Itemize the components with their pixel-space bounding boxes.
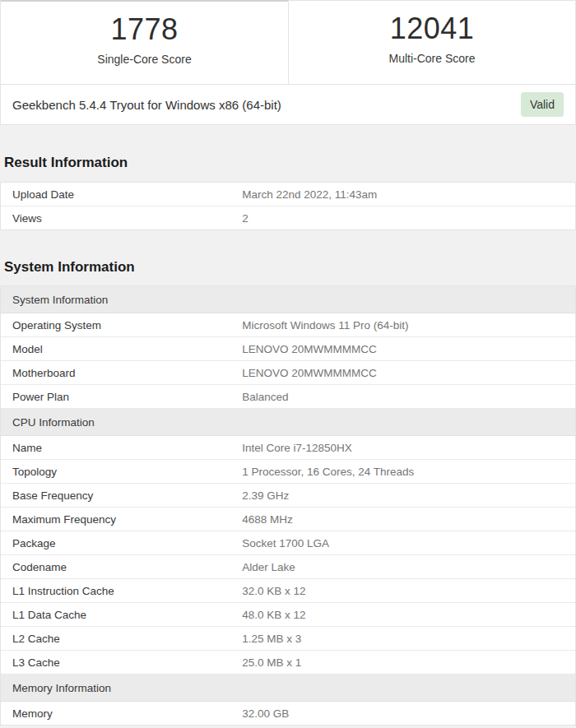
row-label: Memory xyxy=(1,707,230,720)
multi-core-score-cell: 12041 Multi-Core Score xyxy=(288,0,575,84)
row-label: L1 Data Cache xyxy=(1,609,230,621)
row-value: 48.0 KB x 12 xyxy=(230,609,575,621)
group-header-memory: Memory Information xyxy=(1,675,575,702)
row-value: 2.39 GHz xyxy=(230,489,575,502)
row-value: Balanced xyxy=(230,391,575,403)
system-information-table: System Information Operating System Micr… xyxy=(0,285,576,726)
row-label: Operating System xyxy=(1,319,230,332)
row-label: Name xyxy=(1,442,230,454)
multi-core-score-label: Multi-Core Score xyxy=(289,52,575,65)
group-header-system: System Information xyxy=(1,286,575,313)
row-label: Topology xyxy=(1,466,230,478)
score-panel: 1778 Single-Core Score 12041 Multi-Core … xyxy=(0,0,576,125)
row-label: L3 Cache xyxy=(1,656,230,669)
table-row: L1 Instruction Cache 32.0 KB x 12 xyxy=(1,579,575,603)
version-row: Geekbench 5.4.4 Tryout for Windows x86 (… xyxy=(1,84,575,124)
table-row: Views 2 xyxy=(1,206,575,230)
row-label: Base Frequency xyxy=(1,489,230,502)
valid-badge: Valid xyxy=(521,92,564,117)
version-text: Geekbench 5.4.4 Tryout for Windows x86 (… xyxy=(12,98,281,112)
table-row: Power Plan Balanced xyxy=(1,385,575,409)
multi-core-score-value: 12041 xyxy=(289,12,575,45)
row-value: LENOVO 20MWMMMMCC xyxy=(230,367,575,379)
score-banner: 1778 Single-Core Score 12041 Multi-Core … xyxy=(1,0,575,84)
result-information-table: Upload Date March 22nd 2022, 11:43am Vie… xyxy=(0,182,576,230)
table-row: Name Intel Core i7-12850HX xyxy=(1,436,575,460)
table-row: Motherboard LENOVO 20MWMMMMCC xyxy=(1,361,575,385)
row-label: Motherboard xyxy=(1,367,230,379)
row-label: Maximum Frequency xyxy=(1,513,230,526)
row-label: L1 Instruction Cache xyxy=(1,585,230,597)
row-value: Alder Lake xyxy=(230,561,575,573)
row-label: Model xyxy=(1,343,230,355)
table-row: L3 Cache 25.0 MB x 1 xyxy=(1,651,575,675)
row-label: Codename xyxy=(1,561,230,573)
row-value: 1.25 MB x 3 xyxy=(230,633,575,645)
table-row: Codename Alder Lake xyxy=(1,555,575,579)
row-value: 1 Processor, 16 Cores, 24 Threads xyxy=(230,466,575,478)
group-header-cpu: CPU Information xyxy=(1,409,575,436)
row-label: Upload Date xyxy=(1,188,230,201)
table-row: L1 Data Cache 48.0 KB x 12 xyxy=(1,603,575,627)
row-value: 32.00 GB xyxy=(230,707,575,720)
system-information-heading: System Information xyxy=(4,259,576,276)
row-label: L2 Cache xyxy=(1,633,230,645)
table-row: Upload Date March 22nd 2022, 11:43am xyxy=(1,183,575,206)
result-information-heading: Result Information xyxy=(4,155,576,171)
row-value: 32.0 KB x 12 xyxy=(230,585,575,597)
row-value: 2 xyxy=(230,212,575,225)
table-row: Model LENOVO 20MWMMMMCC xyxy=(1,337,575,361)
row-value: Microsoft Windows 11 Pro (64-bit) xyxy=(230,319,575,332)
geekbench-result-page: 1778 Single-Core Score 12041 Multi-Core … xyxy=(0,0,576,728)
row-value: LENOVO 20MWMMMMCC xyxy=(230,343,575,355)
row-value: March 22nd 2022, 11:43am xyxy=(230,188,575,201)
row-value: 4688 MHz xyxy=(230,513,575,526)
table-row: Operating System Microsoft Windows 11 Pr… xyxy=(1,313,575,337)
single-core-score-cell: 1778 Single-Core Score xyxy=(1,0,288,84)
row-label: Views xyxy=(1,212,230,225)
table-row: Package Socket 1700 LGA xyxy=(1,531,575,555)
row-value: 25.0 MB x 1 xyxy=(230,656,575,669)
row-label: Power Plan xyxy=(1,391,230,403)
table-row: Maximum Frequency 4688 MHz xyxy=(1,508,575,531)
single-core-score-label: Single-Core Score xyxy=(1,53,288,66)
row-value: Socket 1700 LGA xyxy=(230,537,575,549)
table-row: Topology 1 Processor, 16 Cores, 24 Threa… xyxy=(1,460,575,484)
table-row: L2 Cache 1.25 MB x 3 xyxy=(1,627,575,651)
table-row: Memory 32.00 GB xyxy=(1,702,575,725)
single-core-score-value: 1778 xyxy=(1,12,288,46)
row-value: Intel Core i7-12850HX xyxy=(230,442,575,454)
table-row: Base Frequency 2.39 GHz xyxy=(1,484,575,508)
row-label: Package xyxy=(1,537,230,549)
